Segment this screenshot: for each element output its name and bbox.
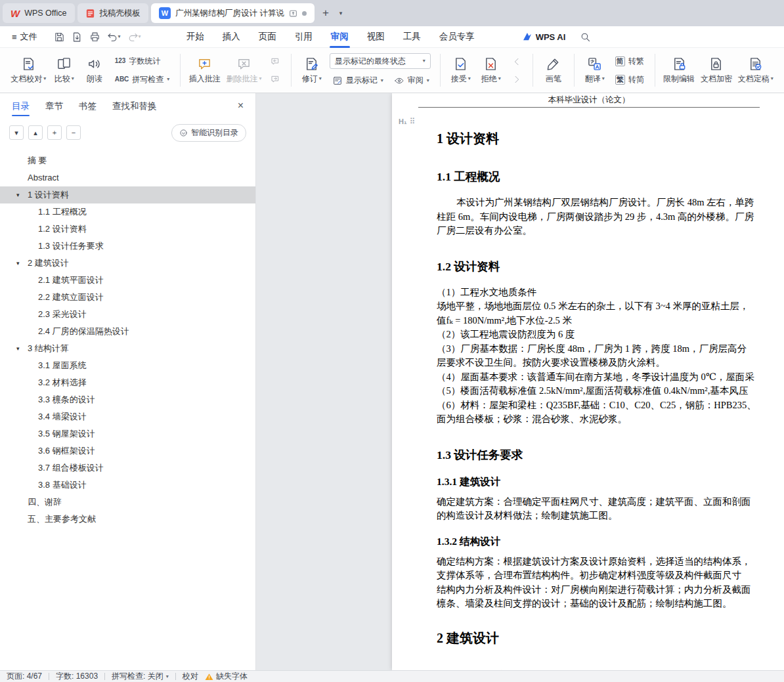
zoom-out-toc-button[interactable]: − <box>66 125 81 140</box>
previous-comment-icon <box>270 56 280 67</box>
toc-item[interactable]: ▾ 2.1 建筑平面设计 <box>0 272 255 289</box>
track-changes-button[interactable]: 修订▾ <box>297 53 327 88</box>
toc-item[interactable]: ▾ 1.2 设计资料 <box>0 221 255 238</box>
toc-item[interactable]: ▾ 1 设计资料 <box>0 186 255 203</box>
tab-docer-template[interactable]: 找稿壳模板 <box>77 3 149 23</box>
menu-tab[interactable]: 审阅 <box>322 26 358 48</box>
restrict-editing-button[interactable]: 限制编辑 <box>661 53 698 88</box>
document-canvas[interactable]: 本科毕业设计（论文） H₁ ⠿ 1 设计资料1.1 工程概况本设计为广州某钢结构… <box>256 93 784 670</box>
zoom-in-toc-button[interactable]: + <box>47 125 62 140</box>
tab-wps-office[interactable]: W WPS Office <box>3 3 75 23</box>
show-markup-button[interactable]: 显示标记 ▾ <box>330 74 386 87</box>
word-doc-icon: W <box>159 7 171 19</box>
toc-item[interactable]: ▾ 2 建筑设计 <box>0 255 255 272</box>
chevron-up-icon: ▴ <box>33 129 37 137</box>
missing-font-warning[interactable]: 缺失字体 <box>205 671 248 682</box>
expand-all-button[interactable]: ▾ <box>9 125 24 140</box>
page-header: 本科毕业设计（论文） <box>418 93 760 108</box>
insert-comment-button[interactable]: 插入批注 <box>186 53 223 88</box>
export-button[interactable] <box>70 30 85 45</box>
document-line: 面为组合楼板；砂浆：混合砂浆、水泥砂浆。 <box>437 412 784 427</box>
pen-button[interactable]: 画笔 <box>538 53 569 88</box>
drag-handle-icon[interactable]: ⠿ <box>410 117 416 126</box>
page-indicator[interactable]: 页面: 4/67 <box>7 671 42 682</box>
paragraph-anchor-tools[interactable]: H₁ ⠿ <box>399 117 415 126</box>
speaker-icon <box>87 56 102 72</box>
menu-tab[interactable]: 会员专享 <box>430 26 484 48</box>
document-line: 1.3.2 结构设计 <box>437 534 784 549</box>
toc-item[interactable]: ▾ 五、主要参考文献 <box>0 511 255 528</box>
proofread-button[interactable]: 文档校对▾ <box>8 53 49 88</box>
toc-item[interactable]: ▾ 2.3 采光设计 <box>0 306 255 323</box>
document-line: 1.3 设计任务要求 <box>437 446 784 463</box>
compare-button[interactable]: 比较▾ <box>49 53 79 88</box>
file-menu-button[interactable]: ≡ 文件 <box>7 31 43 43</box>
word-count-button[interactable]: 123 字数统计 <box>112 54 173 68</box>
toc-toolbar: ▾ ▴ + − 智能识别目录 <box>0 119 255 146</box>
close-panel-icon[interactable]: × <box>235 98 246 113</box>
undo-button[interactable]: ▾ <box>105 30 123 45</box>
to-traditional-button[interactable]: 简 转繁 <box>613 54 647 68</box>
encrypt-document-button[interactable]: 文档加密 <box>698 53 735 88</box>
smart-toc-button[interactable]: 智能识别目录 <box>171 124 246 142</box>
toc-expand-icon[interactable]: ▾ <box>16 186 20 203</box>
proofread-status-button[interactable]: 校对 <box>183 671 198 682</box>
panel-tab-chapter[interactable]: 章节 <box>45 94 63 119</box>
save-button[interactable] <box>52 30 67 45</box>
print-button[interactable] <box>87 30 102 45</box>
toc-item[interactable]: ▾ 3.1 屋面系统 <box>0 357 255 374</box>
accept-change-button[interactable]: 接受▾ <box>446 53 476 88</box>
document-page[interactable]: 本科毕业设计（论文） H₁ ⠿ 1 设计资料1.1 工程概况本设计为广州某钢结构… <box>392 93 784 670</box>
markup-state-select[interactable]: 显示标记的最终状态 ▾ <box>330 53 431 69</box>
collapse-all-button[interactable]: ▴ <box>28 125 43 140</box>
review-mode-button[interactable]: 审阅 ▾ <box>391 74 432 87</box>
wps-ai-button[interactable]: WPS AI <box>522 32 566 42</box>
menu-tab[interactable]: 页面 <box>250 26 286 48</box>
toc-item[interactable]: ▾ Abstract <box>0 169 255 186</box>
tab-current-document[interactable]: W 广州某钢结构厂房设计 计算说 <box>151 3 315 23</box>
heading-level-icon[interactable]: H₁ <box>399 117 407 125</box>
document-line: 值fₖ = 180N/mm²,地下水位-2.5 米 <box>437 314 784 328</box>
to-simplified-button[interactable]: 繁 转简 <box>613 73 647 87</box>
menu-tab[interactable]: 开始 <box>177 26 213 48</box>
toc-item[interactable]: ▾ 3.4 墙梁设计 <box>0 408 255 425</box>
reject-change-button[interactable]: 拒绝▾ <box>476 53 506 88</box>
toc-item[interactable]: ▾ 四、谢辞 <box>0 494 255 511</box>
panel-tab-toc[interactable]: 目录 <box>12 94 30 119</box>
toc-item[interactable]: ▾ 2.4 厂房的保温隔热设计 <box>0 323 255 340</box>
panel-tabs: 目录 章节 书签 查找和替换 × <box>0 93 255 119</box>
panel-tab-bookmark[interactable]: 书签 <box>79 94 97 119</box>
read-aloud-button[interactable]: 朗读 <box>79 53 110 88</box>
translate-button[interactable]: 翻译▾ <box>580 53 610 88</box>
spellcheck-status-button[interactable]: 拼写检查: 关闭 ▾ <box>112 671 169 682</box>
toc-expand-icon[interactable]: ▾ <box>16 255 20 272</box>
tab-list-chevron-icon[interactable]: ▾ <box>334 5 347 22</box>
caret-icon: ▾ <box>381 78 383 83</box>
document-line: 檩条、墙梁及柱间支撑的设计；基础的设计及配筋；绘制结构施工图。 <box>437 597 784 611</box>
document-line: （4）屋面基本要求：该普通车间在南方某地，冬季设计温度为 0℃，屋面采 <box>437 370 784 385</box>
finalize-document-button[interactable]: 文档定稿▾ <box>735 53 776 88</box>
spell-check-button[interactable]: ABC 拼写检查 ▾ <box>112 73 173 87</box>
toc-item[interactable]: ▾ 3.2 材料选择 <box>0 374 255 391</box>
word-count-indicator[interactable]: 字数: 16303 <box>56 671 98 682</box>
toc-expand-icon[interactable]: ▾ <box>16 340 20 357</box>
toc-item[interactable]: ▾ 3.8 基础设计 <box>0 477 255 494</box>
toc-item[interactable]: ▾ 3.5 钢屋架设计 <box>0 425 255 442</box>
toc-item[interactable]: ▾ 1.3 设计任务要求 <box>0 238 255 255</box>
statusbar-separator <box>104 673 105 680</box>
toc-item[interactable]: ▾ 1.1 工程概况 <box>0 203 255 221</box>
toc-item[interactable]: ▾ 2.2 建筑立面设计 <box>0 289 255 306</box>
menu-tab[interactable]: 工具 <box>394 26 430 48</box>
menu-tab[interactable]: 视图 <box>358 26 394 48</box>
menu-tab[interactable]: 引用 <box>286 26 322 48</box>
toc-item[interactable]: ▾ 3.6 钢框架设计 <box>0 442 255 459</box>
panel-tab-find-replace[interactable]: 查找和替换 <box>112 94 157 119</box>
toc-item[interactable]: ▾ 3.7 组合楼板设计 <box>0 459 255 477</box>
menu-tab[interactable]: 插入 <box>213 26 250 48</box>
search-button[interactable] <box>580 32 591 43</box>
ribbon-separator <box>440 54 441 87</box>
toc-item[interactable]: ▾ 3.3 檩条的设计 <box>0 391 255 408</box>
toc-item[interactable]: ▾ 摘 要 <box>0 152 255 169</box>
new-tab-button[interactable]: + <box>317 5 334 22</box>
toc-item[interactable]: ▾ 3 结构计算 <box>0 340 255 357</box>
